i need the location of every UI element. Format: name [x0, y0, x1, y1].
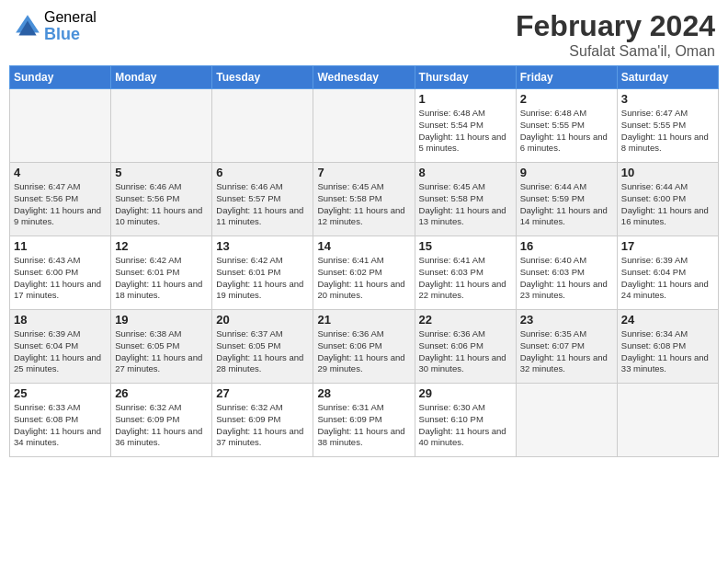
- day-info: Sunrise: 6:42 AM Sunset: 6:01 PM Dayligh…: [115, 255, 208, 302]
- calendar-cell: 27Sunrise: 6:32 AM Sunset: 6:09 PM Dayli…: [212, 384, 313, 457]
- logo-text: General Blue: [44, 9, 97, 43]
- calendar-cell: 28Sunrise: 6:31 AM Sunset: 6:09 PM Dayli…: [313, 384, 415, 457]
- day-number: 8: [419, 166, 512, 179]
- day-info: Sunrise: 6:45 AM Sunset: 5:58 PM Dayligh…: [317, 181, 410, 228]
- calendar-cell: 3Sunrise: 6:47 AM Sunset: 5:55 PM Daylig…: [617, 89, 718, 163]
- calendar-cell: 6Sunrise: 6:46 AM Sunset: 5:57 PM Daylig…: [212, 163, 313, 236]
- day-info: Sunrise: 6:48 AM Sunset: 5:55 PM Dayligh…: [520, 108, 613, 155]
- day-number: 14: [317, 239, 410, 253]
- calendar-cell: 8Sunrise: 6:45 AM Sunset: 5:58 PM Daylig…: [415, 163, 516, 236]
- calendar-cell: 5Sunrise: 6:46 AM Sunset: 5:56 PM Daylig…: [111, 163, 212, 236]
- day-info: Sunrise: 6:47 AM Sunset: 5:55 PM Dayligh…: [621, 108, 714, 155]
- calendar-cell: 17Sunrise: 6:39 AM Sunset: 6:04 PM Dayli…: [617, 236, 718, 310]
- day-number: 15: [419, 239, 512, 253]
- day-info: Sunrise: 6:33 AM Sunset: 6:08 PM Dayligh…: [14, 402, 107, 449]
- calendar-cell: 18Sunrise: 6:39 AM Sunset: 6:04 PM Dayli…: [10, 310, 111, 384]
- title-block: February 2024 Sufalat Sama'il, Oman: [516, 9, 715, 60]
- calendar-table: SundayMondayTuesdayWednesdayThursdayFrid…: [9, 65, 719, 457]
- day-info: Sunrise: 6:48 AM Sunset: 5:54 PM Dayligh…: [419, 108, 512, 155]
- day-number: 20: [216, 313, 309, 327]
- day-number: 6: [216, 166, 309, 179]
- calendar-cell: 9Sunrise: 6:44 AM Sunset: 5:59 PM Daylig…: [516, 163, 617, 236]
- day-info: Sunrise: 6:46 AM Sunset: 5:57 PM Dayligh…: [216, 181, 309, 228]
- day-number: 3: [621, 92, 714, 106]
- weekday-header-row: SundayMondayTuesdayWednesdayThursdayFrid…: [10, 66, 719, 89]
- calendar-cell: 16Sunrise: 6:40 AM Sunset: 6:03 PM Dayli…: [516, 236, 617, 310]
- calendar-cell: 25Sunrise: 6:33 AM Sunset: 6:08 PM Dayli…: [10, 384, 111, 457]
- day-info: Sunrise: 6:44 AM Sunset: 5:59 PM Dayligh…: [520, 181, 613, 228]
- day-info: Sunrise: 6:40 AM Sunset: 6:03 PM Dayligh…: [520, 255, 613, 302]
- calendar-cell: 13Sunrise: 6:42 AM Sunset: 6:01 PM Dayli…: [212, 236, 313, 310]
- day-number: 21: [317, 313, 410, 327]
- day-number: 7: [317, 166, 410, 179]
- weekday-header-thursday: Thursday: [415, 66, 516, 89]
- calendar-cell: [313, 89, 415, 163]
- calendar-week-row: 11Sunrise: 6:43 AM Sunset: 6:00 PM Dayli…: [10, 236, 719, 310]
- calendar-cell: 21Sunrise: 6:36 AM Sunset: 6:06 PM Dayli…: [313, 310, 415, 384]
- day-number: 5: [115, 166, 208, 179]
- day-info: Sunrise: 6:39 AM Sunset: 6:04 PM Dayligh…: [621, 255, 714, 302]
- day-info: Sunrise: 6:45 AM Sunset: 5:58 PM Dayligh…: [419, 181, 512, 228]
- day-number: 4: [14, 166, 107, 179]
- day-number: 23: [520, 313, 613, 327]
- page-header: General Blue February 2024 Sufalat Sama'…: [9, 9, 719, 60]
- calendar-cell: [212, 89, 313, 163]
- location: Sufalat Sama'il, Oman: [516, 43, 715, 60]
- logo: General Blue: [13, 9, 97, 43]
- day-number: 13: [216, 239, 309, 253]
- calendar-week-row: 25Sunrise: 6:33 AM Sunset: 6:08 PM Dayli…: [10, 384, 719, 457]
- calendar-cell: 14Sunrise: 6:41 AM Sunset: 6:02 PM Dayli…: [313, 236, 415, 310]
- calendar-cell: 11Sunrise: 6:43 AM Sunset: 6:00 PM Dayli…: [10, 236, 111, 310]
- day-info: Sunrise: 6:30 AM Sunset: 6:10 PM Dayligh…: [419, 402, 512, 449]
- day-number: 16: [520, 239, 613, 253]
- day-number: 18: [14, 313, 107, 327]
- calendar-cell: 10Sunrise: 6:44 AM Sunset: 6:00 PM Dayli…: [617, 163, 718, 236]
- day-info: Sunrise: 6:44 AM Sunset: 6:00 PM Dayligh…: [621, 181, 714, 228]
- day-number: 12: [115, 239, 208, 253]
- calendar-cell: 23Sunrise: 6:35 AM Sunset: 6:07 PM Dayli…: [516, 310, 617, 384]
- calendar-cell: 24Sunrise: 6:34 AM Sunset: 6:08 PM Dayli…: [617, 310, 718, 384]
- month-year: February 2024: [516, 9, 715, 43]
- day-info: Sunrise: 6:31 AM Sunset: 6:09 PM Dayligh…: [317, 402, 410, 449]
- calendar-cell: [617, 384, 718, 457]
- day-number: 27: [216, 386, 309, 400]
- day-info: Sunrise: 6:36 AM Sunset: 6:06 PM Dayligh…: [317, 328, 410, 375]
- day-number: 25: [14, 386, 107, 400]
- logo-icon: [13, 12, 42, 41]
- day-number: 10: [621, 166, 714, 179]
- day-info: Sunrise: 6:46 AM Sunset: 5:56 PM Dayligh…: [115, 181, 208, 228]
- day-number: 22: [419, 313, 512, 327]
- day-number: 9: [520, 166, 613, 179]
- calendar-cell: [10, 89, 111, 163]
- weekday-header-saturday: Saturday: [617, 66, 718, 89]
- calendar-cell: 2Sunrise: 6:48 AM Sunset: 5:55 PM Daylig…: [516, 89, 617, 163]
- day-number: 24: [621, 313, 714, 327]
- calendar-cell: 15Sunrise: 6:41 AM Sunset: 6:03 PM Dayli…: [415, 236, 516, 310]
- day-info: Sunrise: 6:41 AM Sunset: 6:02 PM Dayligh…: [317, 255, 410, 302]
- logo-general: General: [44, 9, 97, 26]
- day-number: 2: [520, 92, 613, 106]
- day-number: 17: [621, 239, 714, 253]
- day-info: Sunrise: 6:32 AM Sunset: 6:09 PM Dayligh…: [216, 402, 309, 449]
- weekday-header-sunday: Sunday: [10, 66, 111, 89]
- calendar-cell: 26Sunrise: 6:32 AM Sunset: 6:09 PM Dayli…: [111, 384, 212, 457]
- day-info: Sunrise: 6:34 AM Sunset: 6:08 PM Dayligh…: [621, 328, 714, 375]
- day-info: Sunrise: 6:37 AM Sunset: 6:05 PM Dayligh…: [216, 328, 309, 375]
- calendar-cell: 20Sunrise: 6:37 AM Sunset: 6:05 PM Dayli…: [212, 310, 313, 384]
- day-info: Sunrise: 6:39 AM Sunset: 6:04 PM Dayligh…: [14, 328, 107, 375]
- calendar-cell: 4Sunrise: 6:47 AM Sunset: 5:56 PM Daylig…: [10, 163, 111, 236]
- day-info: Sunrise: 6:43 AM Sunset: 6:00 PM Dayligh…: [14, 255, 107, 302]
- logo-blue: Blue: [44, 26, 97, 44]
- weekday-header-monday: Monday: [111, 66, 212, 89]
- weekday-header-friday: Friday: [516, 66, 617, 89]
- day-number: 19: [115, 313, 208, 327]
- day-info: Sunrise: 6:32 AM Sunset: 6:09 PM Dayligh…: [115, 402, 208, 449]
- day-number: 26: [115, 386, 208, 400]
- day-number: 11: [14, 239, 107, 253]
- calendar-cell: 1Sunrise: 6:48 AM Sunset: 5:54 PM Daylig…: [415, 89, 516, 163]
- day-info: Sunrise: 6:38 AM Sunset: 6:05 PM Dayligh…: [115, 328, 208, 375]
- day-info: Sunrise: 6:47 AM Sunset: 5:56 PM Dayligh…: [14, 181, 107, 228]
- calendar-cell: [111, 89, 212, 163]
- calendar-cell: 19Sunrise: 6:38 AM Sunset: 6:05 PM Dayli…: [111, 310, 212, 384]
- calendar-cell: 7Sunrise: 6:45 AM Sunset: 5:58 PM Daylig…: [313, 163, 415, 236]
